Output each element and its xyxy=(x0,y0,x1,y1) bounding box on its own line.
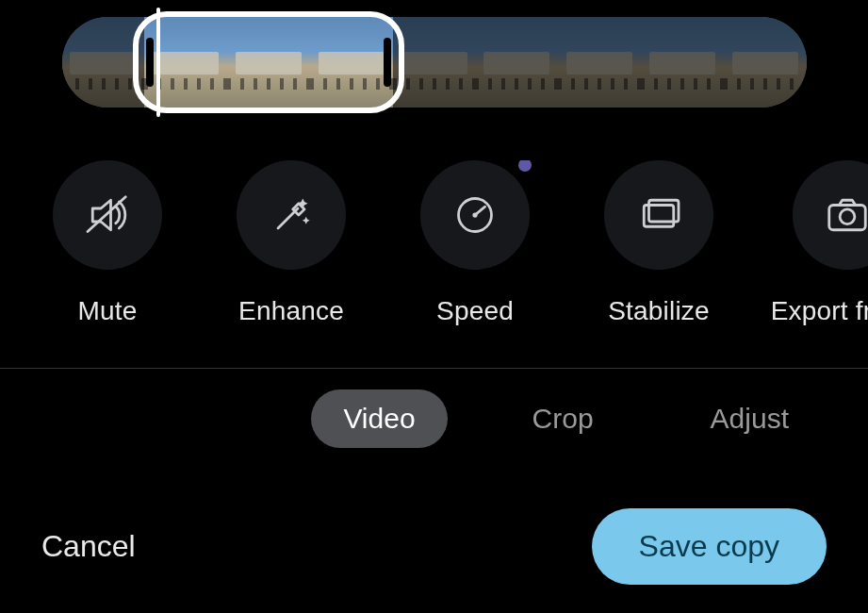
export-tool[interactable]: Export frame xyxy=(786,160,868,326)
tool-label: Export frame xyxy=(771,296,868,326)
timeline-frame xyxy=(724,17,807,108)
tool-label: Stabilize xyxy=(608,296,710,326)
wand-icon xyxy=(237,160,346,270)
video-trim-timeline[interactable] xyxy=(62,17,807,108)
edit-mode-tabs: VideoCropAdjust xyxy=(0,389,868,448)
timeline-frame xyxy=(475,17,558,108)
save-copy-button[interactable]: Save copy xyxy=(592,508,827,585)
speed-icon xyxy=(420,160,530,270)
timeline-frame xyxy=(641,17,724,108)
cancel-button[interactable]: Cancel xyxy=(41,529,136,564)
timeline-frame xyxy=(62,17,145,108)
timeline-filmstrip xyxy=(62,17,807,108)
stabilize-icon xyxy=(604,160,713,270)
timeline-frame xyxy=(227,17,310,108)
mute-icon xyxy=(53,160,162,270)
edit-tools-row: MuteEnhanceSpeedStabilizeExport frame xyxy=(0,160,868,326)
timeline-frame xyxy=(393,17,476,108)
tab-crop[interactable]: Crop xyxy=(500,389,626,448)
speed-tool[interactable]: Speed xyxy=(418,160,532,326)
timeline-frame xyxy=(310,17,393,108)
enhance-tool[interactable]: Enhance xyxy=(221,160,362,326)
new-feature-badge xyxy=(518,160,532,172)
tab-adjust[interactable]: Adjust xyxy=(679,389,821,448)
stabilize-tool[interactable]: Stabilize xyxy=(588,160,729,326)
section-divider xyxy=(0,368,868,369)
bottom-action-bar: Cancel Save copy xyxy=(0,508,868,585)
playhead-indicator[interactable] xyxy=(156,8,160,117)
camera-icon xyxy=(793,160,868,270)
mute-tool[interactable]: Mute xyxy=(51,160,164,326)
timeline-frame xyxy=(558,17,641,108)
tab-video[interactable]: Video xyxy=(311,389,447,448)
tool-label: Speed xyxy=(436,296,514,326)
tool-label: Enhance xyxy=(238,296,344,326)
tool-label: Mute xyxy=(77,296,137,326)
